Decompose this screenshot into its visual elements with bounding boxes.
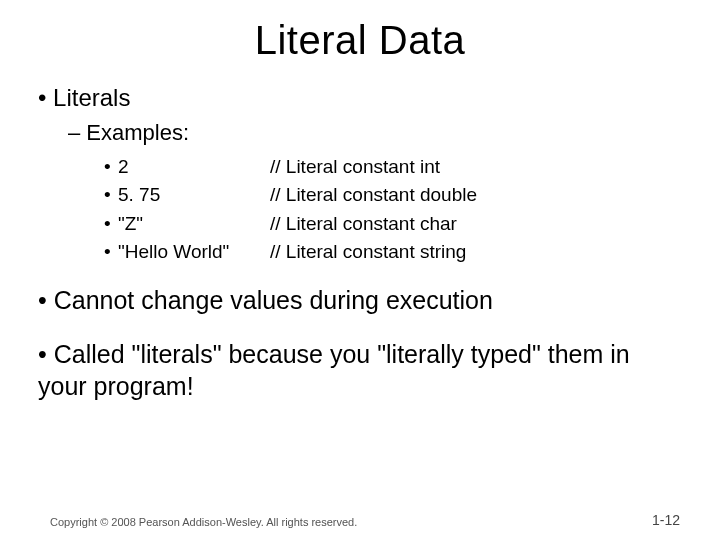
examples-list: • 2 // Literal constant int • 5. 75 // L…	[104, 153, 682, 267]
bullet-icon: •	[104, 153, 118, 182]
example-comment: // Literal constant int	[270, 153, 682, 182]
example-comment: // Literal constant double	[270, 181, 682, 210]
example-row: • 2 // Literal constant int	[104, 153, 682, 182]
bullet-icon: •	[104, 238, 118, 267]
page-number: 1-12	[652, 512, 680, 528]
bullet-literals: Literals	[38, 83, 682, 113]
bullet-cannot-change: Cannot change values during execution	[38, 285, 682, 316]
example-literal: 5. 75	[118, 181, 270, 210]
copyright-text: Copyright © 2008 Pearson Addison-Wesley.…	[50, 516, 357, 528]
bullet-icon: •	[104, 210, 118, 239]
example-literal: "Hello World"	[118, 238, 270, 267]
example-literal: 2	[118, 153, 270, 182]
slide-body: Literals Examples: • 2 // Literal consta…	[0, 83, 720, 403]
example-row: • 5. 75 // Literal constant double	[104, 181, 682, 210]
slide-title: Literal Data	[0, 18, 720, 63]
example-literal: "Z"	[118, 210, 270, 239]
example-row: • "Z" // Literal constant char	[104, 210, 682, 239]
example-comment: // Literal constant string	[270, 238, 682, 267]
example-row: • "Hello World" // Literal constant stri…	[104, 238, 682, 267]
bullet-examples: Examples:	[68, 119, 682, 147]
bullet-called-text: Called "literals" because you "literally…	[38, 340, 630, 401]
slide: Literal Data Literals Examples: • 2 // L…	[0, 18, 720, 540]
bullet-icon: •	[104, 181, 118, 210]
example-comment: // Literal constant char	[270, 210, 682, 239]
bullet-called-literals: • Called "literals" because you "literal…	[38, 338, 682, 403]
